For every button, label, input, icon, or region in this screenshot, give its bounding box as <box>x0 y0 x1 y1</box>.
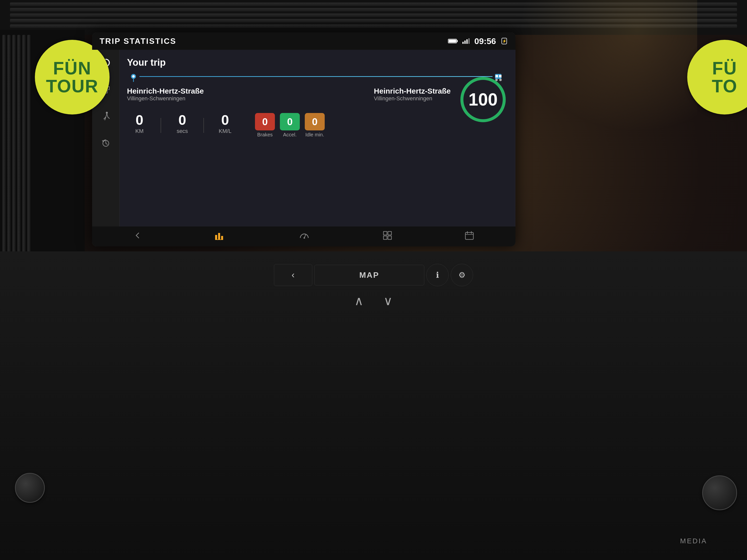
funtour-tour-text-right: TO <box>712 77 738 95</box>
brakes-label: Brakes <box>257 132 273 138</box>
svg-rect-5 <box>466 39 468 44</box>
km-label: KM <box>135 128 144 134</box>
settings-button[interactable]: ⚙ <box>451 264 473 286</box>
top-vent <box>0 0 747 35</box>
svg-rect-24 <box>221 236 223 240</box>
end-street: Heinrich-Hertz-Straße <box>374 87 451 95</box>
stats-row: 0 KM 0 secs 0 KM/L 0 <box>127 113 508 138</box>
svg-rect-6 <box>468 38 470 44</box>
nav-up-label: ∧ <box>354 294 364 308</box>
event-counters: 0 Brakes 0 Accel. 0 Idle min. <box>255 113 325 138</box>
time-display: 09:56 <box>474 36 496 46</box>
screen-content: Your trip Heinrich-Hertz-Straße Villin <box>120 50 515 226</box>
kml-value: 0 <box>221 113 229 127</box>
idle-event: 0 Idle min. <box>305 113 325 138</box>
secs-stat: 0 secs <box>170 113 195 134</box>
volume-knob[interactable] <box>702 475 737 510</box>
vent-slat <box>10 19 737 22</box>
sidebar-running-icon[interactable] <box>101 111 110 124</box>
idle-value: 0 <box>312 116 317 128</box>
svg-rect-22 <box>215 235 217 240</box>
svg-rect-29 <box>383 236 387 239</box>
nav-arrows-row: ∧ ∨ <box>0 294 747 308</box>
kml-stat: 0 KM/L <box>213 113 237 134</box>
svg-rect-25 <box>215 239 223 240</box>
svg-rect-4 <box>464 41 466 44</box>
stat-divider-2 <box>203 118 204 133</box>
svg-rect-27 <box>383 232 387 235</box>
start-street: Heinrich-Hertz-Straße <box>127 87 204 95</box>
start-city: Villingen-Schwenningen <box>127 95 204 102</box>
speedometer-icon[interactable] <box>299 231 310 242</box>
svg-rect-31 <box>465 233 473 239</box>
nav-up-button[interactable]: ∧ <box>354 294 364 308</box>
idle-badge: 0 <box>305 113 325 130</box>
info-button[interactable]: ℹ <box>426 264 449 286</box>
sidebar-history-icon[interactable] <box>101 138 110 151</box>
vent-slat <box>10 14 737 17</box>
infotainment-screen: TRIP STATISTICS 09:56 ⚡ <box>92 32 515 246</box>
vent-slat <box>10 2 737 6</box>
calendar-icon[interactable] <box>465 231 474 242</box>
map-button[interactable]: MAP <box>314 265 424 286</box>
brakes-event: 0 Brakes <box>255 113 275 138</box>
funtour-fun-text: FÜN <box>53 59 92 77</box>
stat-divider <box>161 118 161 133</box>
map-label: MAP <box>359 270 379 279</box>
secs-value: 0 <box>178 113 186 127</box>
funtour-tour-text: TOUR <box>46 77 99 95</box>
svg-text:⚡: ⚡ <box>502 39 507 43</box>
score-number: 100 <box>469 89 498 109</box>
svg-rect-3 <box>462 42 464 44</box>
svg-point-26 <box>304 237 305 239</box>
end-city: Villingen-Schwenningen <box>374 95 451 102</box>
km-stat: 0 KM <box>127 113 152 134</box>
route-start-icon <box>129 73 137 82</box>
svg-point-14 <box>132 75 135 78</box>
usb-icon: ⚡ <box>500 37 508 45</box>
grid-icon[interactable] <box>383 231 392 242</box>
accel-badge: 0 <box>280 113 300 130</box>
media-label: MEDIA <box>680 537 707 545</box>
brakes-value: 0 <box>262 116 268 128</box>
accel-label: Accel. <box>283 132 297 138</box>
status-icons: 09:56 ⚡ <box>448 36 508 46</box>
nav-down-button[interactable]: ∨ <box>383 294 393 308</box>
back-label: ‹ <box>291 270 294 280</box>
battery-icon <box>448 38 458 44</box>
end-location: Heinrich-Hertz-Straße Villingen-Schwenni… <box>374 87 451 102</box>
back-button[interactable]: ‹ <box>274 264 312 286</box>
info-label: ℹ <box>436 270 439 280</box>
svg-rect-30 <box>388 236 391 239</box>
bar-chart-icon[interactable] <box>215 231 226 242</box>
brakes-badge: 0 <box>255 113 275 130</box>
score-circle-container: 100 <box>458 75 508 125</box>
start-location: Heinrich-Hertz-Straße Villingen-Schwenni… <box>127 87 204 102</box>
idle-label: Idle min. <box>305 132 324 138</box>
svg-rect-1 <box>457 40 458 42</box>
trip-title: Your trip <box>127 57 166 68</box>
accel-value: 0 <box>287 116 292 128</box>
svg-rect-2 <box>449 39 456 43</box>
trip-header: Your trip <box>127 57 508 68</box>
kml-label: KM/L <box>218 128 231 134</box>
km-value: 0 <box>135 113 143 127</box>
svg-rect-28 <box>388 232 391 235</box>
funtour-fun-text-right: FÜ <box>712 59 737 77</box>
accel-event: 0 Accel. <box>280 113 300 138</box>
screen-topbar: TRIP STATISTICS 09:56 ⚡ <box>92 32 515 50</box>
left-knob[interactable] <box>15 473 45 503</box>
signal-icon <box>462 38 470 44</box>
nav-back-icon[interactable] <box>134 231 142 242</box>
funtour-sticker-left: FÜN TOUR <box>35 40 109 114</box>
vent-slat <box>10 8 737 11</box>
screen-title: TRIP STATISTICS <box>100 36 176 46</box>
nav-down-label: ∨ <box>383 294 393 308</box>
screen-bottombar <box>92 226 515 246</box>
svg-rect-23 <box>218 233 220 240</box>
settings-label: ⚙ <box>458 270 466 280</box>
physical-controls-area: ‹ MAP ℹ ⚙ ∧ ∨ <box>0 251 747 560</box>
top-buttons-row: ‹ MAP ℹ ⚙ <box>0 251 747 286</box>
secs-label: secs <box>177 128 188 134</box>
locations-row: Heinrich-Hertz-Straße Villingen-Schwenni… <box>127 87 508 102</box>
